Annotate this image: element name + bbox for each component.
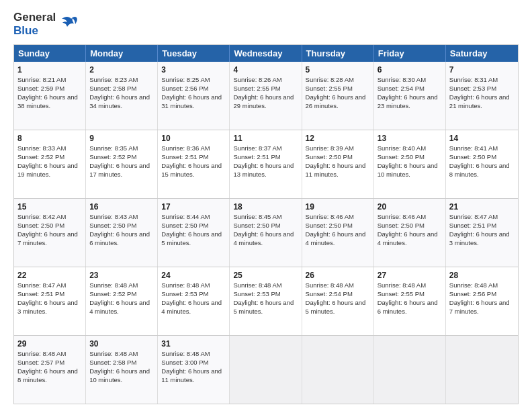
sunset-text: Sunset: 2:51 PM <box>161 153 226 162</box>
sunset-text: Sunset: 2:51 PM <box>17 290 82 299</box>
sunset-text: Sunset: 2:53 PM <box>233 290 298 299</box>
daylight-text: Daylight: 6 hours and 7 minutes. <box>449 299 515 316</box>
page: GeneralBlue SundayMondayTuesdayWednesday… <box>0 0 532 411</box>
calendar-cell: 12Sunrise: 8:39 AMSunset: 2:50 PMDayligh… <box>302 130 374 198</box>
sunrise-text: Sunrise: 8:48 AM <box>89 350 154 359</box>
day-number: 15 <box>17 201 82 212</box>
day-number: 2 <box>89 64 154 75</box>
sunrise-text: Sunrise: 8:47 AM <box>449 213 515 222</box>
calendar-cell: 7Sunrise: 8:31 AMSunset: 2:53 PMDaylight… <box>446 62 518 130</box>
sunrise-text: Sunrise: 8:44 AM <box>161 213 226 222</box>
logo-text: GeneralBlue <box>13 11 56 38</box>
sunset-text: Sunset: 2:56 PM <box>449 290 515 299</box>
logo-bird-icon <box>58 13 79 35</box>
sunrise-text: Sunrise: 8:46 AM <box>378 213 442 222</box>
calendar-cell <box>374 336 446 404</box>
sunset-text: Sunset: 2:50 PM <box>306 153 370 162</box>
calendar-cell: 23Sunrise: 8:48 AMSunset: 2:52 PMDayligh… <box>86 267 158 335</box>
calendar-cell: 9Sunrise: 8:35 AMSunset: 2:52 PMDaylight… <box>86 130 158 198</box>
day-number: 30 <box>89 338 154 349</box>
sunset-text: Sunset: 2:53 PM <box>161 290 226 299</box>
sunrise-text: Sunrise: 8:28 AM <box>306 76 370 85</box>
day-number: 29 <box>17 338 82 349</box>
day-number: 14 <box>449 133 515 144</box>
daylight-text: Daylight: 6 hours and 10 minutes. <box>89 367 154 385</box>
daylight-text: Daylight: 6 hours and 5 minutes. <box>306 299 370 316</box>
sunrise-text: Sunrise: 8:26 AM <box>233 76 298 85</box>
daylight-text: Daylight: 6 hours and 6 minutes. <box>378 299 442 316</box>
sunset-text: Sunset: 3:00 PM <box>161 359 226 367</box>
calendar-cell: 4Sunrise: 8:26 AMSunset: 2:55 PMDaylight… <box>230 62 302 130</box>
daylight-text: Daylight: 6 hours and 38 minutes. <box>17 93 82 111</box>
day-number: 27 <box>378 270 442 281</box>
calendar-cell: 29Sunrise: 8:48 AMSunset: 2:57 PMDayligh… <box>14 336 86 404</box>
daylight-text: Daylight: 6 hours and 15 minutes. <box>161 162 226 179</box>
daylight-text: Daylight: 6 hours and 7 minutes. <box>17 230 82 248</box>
calendar-cell <box>446 336 518 404</box>
daylight-text: Daylight: 6 hours and 26 minutes. <box>306 93 370 111</box>
logo-block: GeneralBlue <box>13 11 79 38</box>
sunrise-text: Sunrise: 8:35 AM <box>89 144 154 153</box>
sunrise-text: Sunrise: 8:40 AM <box>378 144 442 153</box>
daylight-text: Daylight: 6 hours and 4 minutes. <box>378 230 442 248</box>
daylight-text: Daylight: 6 hours and 31 minutes. <box>161 93 226 111</box>
calendar-cell: 18Sunrise: 8:45 AMSunset: 2:50 PMDayligh… <box>230 199 302 267</box>
day-number: 3 <box>161 64 226 75</box>
daylight-text: Daylight: 6 hours and 3 minutes. <box>449 230 515 248</box>
daylight-text: Daylight: 6 hours and 4 minutes. <box>306 230 370 248</box>
sunrise-text: Sunrise: 8:36 AM <box>161 144 226 153</box>
daylight-text: Daylight: 6 hours and 11 minutes. <box>306 162 370 179</box>
calendar-cell: 30Sunrise: 8:48 AMSunset: 2:58 PMDayligh… <box>86 336 158 404</box>
daylight-text: Daylight: 6 hours and 6 minutes. <box>89 230 154 248</box>
calendar-cell: 20Sunrise: 8:46 AMSunset: 2:50 PMDayligh… <box>374 199 446 267</box>
calendar-cell <box>230 336 302 404</box>
daylight-text: Daylight: 6 hours and 8 minutes. <box>17 367 82 385</box>
day-number: 10 <box>161 133 226 144</box>
day-number: 31 <box>161 338 226 349</box>
calendar-cell: 16Sunrise: 8:43 AMSunset: 2:50 PMDayligh… <box>86 199 158 267</box>
sunrise-text: Sunrise: 8:46 AM <box>306 213 370 222</box>
calendar-cell: 6Sunrise: 8:30 AMSunset: 2:54 PMDaylight… <box>374 62 446 130</box>
sunrise-text: Sunrise: 8:48 AM <box>378 281 442 290</box>
sunset-text: Sunset: 2:50 PM <box>17 222 82 230</box>
sunrise-text: Sunrise: 8:33 AM <box>17 144 82 153</box>
sunrise-text: Sunrise: 8:47 AM <box>17 281 82 290</box>
calendar-cell <box>302 336 374 404</box>
sunrise-text: Sunrise: 8:43 AM <box>89 213 154 222</box>
sunrise-text: Sunrise: 8:42 AM <box>17 213 82 222</box>
calendar-body: 1Sunrise: 8:21 AMSunset: 2:59 PMDaylight… <box>14 62 518 404</box>
sunset-text: Sunset: 2:55 PM <box>233 85 298 93</box>
calendar-row-2: 8Sunrise: 8:33 AMSunset: 2:52 PMDaylight… <box>14 130 518 198</box>
calendar-cell: 8Sunrise: 8:33 AMSunset: 2:52 PMDaylight… <box>14 130 86 198</box>
calendar-cell: 14Sunrise: 8:41 AMSunset: 2:50 PMDayligh… <box>446 130 518 198</box>
sunrise-text: Sunrise: 8:37 AM <box>233 144 298 153</box>
day-number: 8 <box>17 133 82 144</box>
header-day-thursday: Thursday <box>302 45 374 62</box>
day-number: 13 <box>378 133 442 144</box>
calendar-cell: 28Sunrise: 8:48 AMSunset: 2:56 PMDayligh… <box>446 267 518 335</box>
day-number: 12 <box>306 133 370 144</box>
sunrise-text: Sunrise: 8:48 AM <box>89 281 154 290</box>
calendar-cell: 11Sunrise: 8:37 AMSunset: 2:51 PMDayligh… <box>230 130 302 198</box>
sunset-text: Sunset: 2:59 PM <box>17 85 82 93</box>
sunset-text: Sunset: 2:51 PM <box>233 153 298 162</box>
day-number: 19 <box>306 201 370 212</box>
day-number: 20 <box>378 201 442 212</box>
calendar-cell: 25Sunrise: 8:48 AMSunset: 2:53 PMDayligh… <box>230 267 302 335</box>
day-number: 26 <box>306 270 370 281</box>
day-number: 16 <box>89 201 154 212</box>
daylight-text: Daylight: 6 hours and 5 minutes. <box>161 230 226 248</box>
day-number: 24 <box>161 270 226 281</box>
sunset-text: Sunset: 2:50 PM <box>161 222 226 230</box>
header-day-wednesday: Wednesday <box>230 45 302 62</box>
sunrise-text: Sunrise: 8:48 AM <box>449 281 515 290</box>
daylight-text: Daylight: 6 hours and 5 minutes. <box>233 299 298 316</box>
sunset-text: Sunset: 2:50 PM <box>89 222 154 230</box>
calendar-cell: 22Sunrise: 8:47 AMSunset: 2:51 PMDayligh… <box>14 267 86 335</box>
calendar-cell: 31Sunrise: 8:48 AMSunset: 3:00 PMDayligh… <box>158 336 230 404</box>
sunrise-text: Sunrise: 8:31 AM <box>449 76 515 85</box>
sunset-text: Sunset: 2:54 PM <box>378 85 442 93</box>
daylight-text: Daylight: 6 hours and 8 minutes. <box>449 162 515 179</box>
sunset-text: Sunset: 2:52 PM <box>17 153 82 162</box>
header: GeneralBlue <box>13 11 519 38</box>
